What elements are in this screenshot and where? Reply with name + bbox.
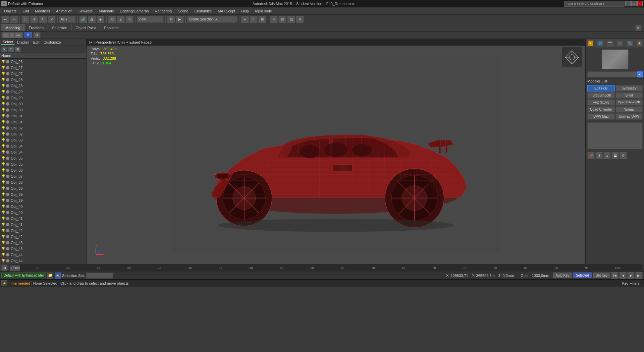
group-button[interactable]: ⊞ <box>15 47 21 52</box>
mirror-button[interactable]: ⇔ <box>241 16 249 23</box>
menu-animation[interactable]: Animation <box>53 8 75 14</box>
tree-item[interactable]: 💡Obj_34 <box>0 143 86 149</box>
uvw-map-button[interactable]: UVW Map <box>587 113 615 120</box>
menu-lighting[interactable]: Lighting/Cameras <box>117 8 151 14</box>
menu-edit[interactable]: Edit <box>20 8 32 14</box>
set-key-button[interactable]: Set Key <box>593 273 610 278</box>
tree-item[interactable]: 💡Obj_39 <box>0 197 86 203</box>
tree-item[interactable]: 💡Obj_35 <box>0 161 86 167</box>
tree-item[interactable]: 💡Obj_42 <box>0 228 86 234</box>
tree-item[interactable]: 💡Obj_35 <box>0 155 86 161</box>
view-dropdown[interactable]: View <box>137 16 164 23</box>
snap-angle-button[interactable]: ∠ <box>117 16 125 23</box>
tree-item[interactable]: 💡Obj_36 <box>0 167 86 173</box>
shell-button[interactable]: Shell <box>615 92 643 99</box>
tree-item[interactable]: 💡Obj_28 <box>0 83 86 89</box>
tree-item[interactable]: 💡Obj_27 <box>0 65 86 71</box>
tab-modeling[interactable]: Modeling <box>1 24 25 31</box>
filter-button[interactable]: ✕ <box>1 47 7 52</box>
menu-rendering[interactable]: Rendering <box>152 8 174 14</box>
snap-pct-button[interactable]: % <box>125 16 133 23</box>
normal-button[interactable]: Normal <box>615 106 643 113</box>
modifier-dropdown[interactable]: ▾ <box>637 71 643 77</box>
menu-help[interactable]: Help <box>238 8 252 14</box>
sort-button[interactable]: ⬡ <box>8 47 14 52</box>
commit-button[interactable]: M <box>24 32 32 38</box>
tree-item[interactable]: 💡Obj_43 <box>0 246 86 252</box>
nav-display[interactable]: Display <box>16 40 31 45</box>
tree-item[interactable]: 💡Obj_33 <box>0 137 86 143</box>
scene-tree[interactable]: 💡Obj_26💡Obj_27💡Obj_27💡Obj_28💡Obj_28💡Obj_… <box>0 59 86 264</box>
nav-customize[interactable]: Customize <box>42 40 62 45</box>
curve-button[interactable]: ∿ <box>270 16 278 23</box>
quad-chamfer-button[interactable]: Quad Chamfer <box>587 106 615 113</box>
status-icon-button[interactable]: ⚡ <box>1 280 7 286</box>
prev-frame-button[interactable]: |◀ <box>1 265 7 271</box>
tree-item[interactable]: 💡Obj_26 <box>0 59 86 65</box>
tree-item[interactable]: 💡Obj_31 <box>0 113 86 119</box>
ribbon-button[interactable]: ◫ <box>287 16 295 23</box>
viewport[interactable]: [+] [Perspective] [Clay + Edged Faces] P… <box>87 39 585 264</box>
undo-button[interactable]: ↩ <box>1 16 9 23</box>
save-modifier-button[interactable]: 💾 <box>611 152 619 159</box>
env-icon[interactable]: 🌐 <box>597 40 603 46</box>
snap-3d-button[interactable]: 3D <box>108 16 116 23</box>
anim-icon[interactable]: ▷ <box>617 40 623 46</box>
next-frame-control[interactable]: ▶| <box>635 272 643 279</box>
tab-object-paint[interactable]: Object Paint <box>72 24 100 31</box>
close-button[interactable]: ✕ <box>637 1 643 6</box>
menu-simulate[interactable]: Simulate <box>76 8 96 14</box>
selection-dropdown[interactable]: Create Selection S... <box>187 16 237 23</box>
menu-customize[interactable]: Customize <box>192 8 214 14</box>
pause-modifier-button[interactable]: ⏸ <box>595 152 603 159</box>
tree-item[interactable]: 💡Obj_31 <box>0 119 86 125</box>
tree-item[interactable]: 💡Obj_29 <box>0 89 86 95</box>
track-modifier-button[interactable]: ⊿ <box>603 152 611 159</box>
panel-settings-button[interactable]: ≡ <box>635 25 641 31</box>
render-button[interactable]: ▶ <box>176 16 184 23</box>
render-setup-button[interactable]: ⚙ <box>167 16 175 23</box>
tree-item[interactable]: 💡Obj_41 <box>0 222 86 228</box>
util-icon[interactable]: ⚡ <box>637 40 643 46</box>
turbosmooth-button[interactable]: TurboSmooth <box>587 92 615 99</box>
select-button[interactable]: ⬚ <box>21 16 30 23</box>
tree-item[interactable]: 💡Obj_32 <box>0 125 86 131</box>
selected-button[interactable]: Selected <box>573 273 592 278</box>
tree-item[interactable]: 💡Obj_28 <box>0 77 86 83</box>
scene-lock-button[interactable]: 🔒 <box>55 273 61 279</box>
menu-maxscript[interactable]: MAXScript <box>215 8 238 14</box>
menu-scene[interactable]: Scene <box>175 8 191 14</box>
maximize-button[interactable]: □ <box>631 1 637 6</box>
link-button[interactable]: 🔗 <box>79 16 87 23</box>
redo-button[interactable]: ↪ <box>10 16 18 23</box>
tree-item[interactable]: 💡Obj_41 <box>0 216 86 222</box>
nav-edit[interactable]: Edit <box>32 40 41 45</box>
tree-item[interactable]: 💡Obj_44 <box>0 258 86 264</box>
scene-icon-button[interactable]: 📁 <box>47 273 53 279</box>
menu-materials[interactable]: Materials <box>96 8 117 14</box>
search-input[interactable]: Type a keyword or phrase <box>564 1 625 7</box>
render-icon[interactable]: 📷 <box>607 40 613 46</box>
tree-item[interactable]: 💡Obj_43 <box>0 240 86 246</box>
tab-populate[interactable]: Populate <box>100 24 123 31</box>
tree-item[interactable]: 💡Obj_42 <box>0 234 86 240</box>
ffd3x3x3-button[interactable]: FFD 3x3x3 <box>587 99 615 106</box>
prev-key-button[interactable]: |◀ <box>611 272 619 279</box>
align-view-button[interactable]: ⊞ <box>258 16 266 23</box>
tree-item[interactable]: 💡Obj_38 <box>0 179 86 185</box>
tree-item[interactable]: 💡Obj_27 <box>0 71 86 77</box>
pin-modifier-button[interactable]: 📌 <box>587 152 595 159</box>
tree-item[interactable]: 💡Obj_40 <box>0 203 86 210</box>
prev-frame-control[interactable]: ◀ <box>619 272 627 279</box>
nav-select[interactable]: Select <box>1 40 14 45</box>
tree-item[interactable]: 💡Obj_44 <box>0 252 86 258</box>
play-button[interactable]: ▶ <box>627 272 635 279</box>
tab-freeform[interactable]: Freeform <box>25 24 48 31</box>
tree-item[interactable]: 💡Obj_40 <box>0 210 86 216</box>
timeline-track[interactable]: 0 / 100 5 10 15 20 25 30 35 40 45 50 55 … <box>9 264 643 272</box>
tree-item[interactable]: 💡Obj_30 <box>0 107 86 113</box>
tree-item[interactable]: 💡Obj_38 <box>0 185 86 191</box>
unwrap-uvw-button[interactable]: Unwrap UVW <box>615 113 643 120</box>
settings-button[interactable]: ⚙ <box>33 32 41 38</box>
unlink-button[interactable]: ⛓ <box>88 16 96 23</box>
